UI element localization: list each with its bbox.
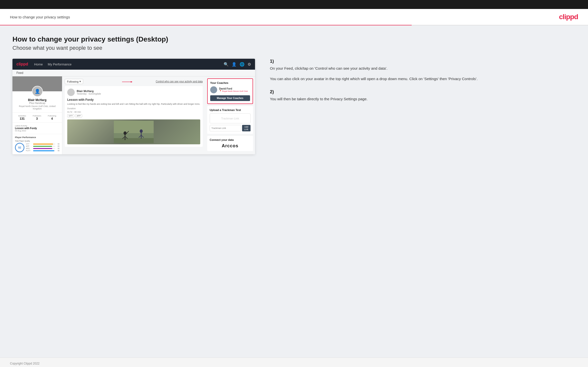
quality-circle: 92	[15, 143, 24, 152]
bar-arg-label: ARG	[26, 148, 32, 149]
stat-following-value: 4	[48, 117, 56, 120]
following-label: Following	[67, 80, 78, 83]
stat-activities: Activities 131	[18, 115, 26, 120]
svg-point-3	[124, 131, 127, 135]
app-body: 👤 Blair McHarg Plus Handicap Royal North…	[12, 76, 255, 154]
user-icon[interactable]: 👤	[232, 62, 237, 67]
search-icon[interactable]: 🔍	[224, 62, 229, 67]
post-duration-label: Duration	[67, 107, 200, 110]
app-right-sidebar: Your Coaches David Ford 📍 Royal North De…	[205, 76, 255, 154]
quality-row: 92 OTT 90 APP	[15, 143, 60, 152]
coach-info: David Ford 📍 Royal North Devon Golf Club	[219, 87, 248, 92]
coach-club: 📍 Royal North Devon Golf Club	[219, 90, 248, 92]
coaches-card: Your Coaches David Ford 📍 Royal North De…	[207, 78, 253, 104]
post-badges: OTT APP	[67, 114, 200, 117]
bar-arg: ARG 86	[26, 148, 60, 149]
app-sidebar: 👤 Blair McHarg Plus Handicap Royal North…	[12, 76, 62, 154]
total-quality-label: Total Player Quality	[15, 140, 60, 142]
app-screenshot-wrapper: clippd Home My Performance 🔍 👤 🌐 ⚙ Feed	[12, 59, 255, 154]
badge-ott: OTT	[67, 114, 74, 117]
profile-avatar: 👤	[32, 86, 43, 97]
following-button[interactable]: Following ▾	[65, 79, 83, 84]
privacy-link[interactable]: Control who can see your activity and da…	[156, 80, 202, 83]
bar-putt-label: PUTT	[26, 150, 32, 152]
instruction-1-extra: You can also click on your avatar in the…	[270, 76, 576, 82]
app-feed: Following ▾ Control who can see your act…	[62, 76, 205, 154]
bar-app: APP 85	[26, 145, 60, 147]
feed-post: Blair McHarg Yesterday · Sunningdale Les…	[65, 86, 203, 147]
trackman-link-box: Trackman Link	[210, 113, 251, 123]
footer: Copyright Clippd 2022	[0, 358, 588, 367]
quality-bars: OTT 90 APP 85	[26, 143, 60, 152]
app-nav-performance[interactable]: My Performance	[48, 62, 71, 66]
trackman-input-row: Add Link	[210, 125, 251, 131]
latest-activity-label: Latest Activity	[15, 125, 60, 127]
coach-name: David Ford	[219, 87, 248, 90]
app-navbar: clippd Home My Performance 🔍 👤 🌐 ⚙	[12, 59, 255, 70]
post-author: Blair McHarg	[77, 90, 101, 93]
app-nav-icons: 🔍 👤 🌐 ⚙	[224, 62, 251, 67]
instruction-step1: 1) On your Feed, click/tap on 'Control w…	[270, 59, 576, 82]
post-meta: Yesterday · Sunningdale	[77, 93, 101, 95]
app-nav-home[interactable]: Home	[34, 62, 43, 66]
coach-item: David Ford 📍 Royal North Devon Golf Club	[210, 86, 250, 93]
stat-following: Following 4	[48, 115, 56, 120]
page-subheading: Choose what you want people to see	[12, 45, 576, 51]
instruction-2-number: 2)	[270, 89, 576, 95]
header-title: How to change your privacy settings	[10, 15, 70, 19]
chevron-down-icon: ▾	[79, 80, 81, 83]
stat-activities-value: 131	[18, 117, 26, 120]
profile-banner: 👤	[12, 76, 62, 91]
profile-handicap: Plus Handicap	[15, 102, 60, 105]
badge-app: APP	[75, 114, 82, 117]
header: How to change your privacy settings clip…	[0, 9, 588, 25]
trackman-placeholder: Trackman Link	[221, 117, 239, 120]
globe-icon[interactable]: 🌐	[240, 62, 245, 67]
post-duration-value: 01 hr : 30 min	[67, 111, 200, 113]
bar-app-label: APP	[26, 145, 32, 147]
svg-rect-2	[114, 138, 154, 143]
instruction-1-text: On your Feed, click/tap on 'Control who …	[270, 65, 576, 71]
bar-app-value: 85	[56, 145, 60, 147]
player-perf-title: Player Performance	[15, 136, 60, 139]
add-link-button[interactable]: Add Link	[242, 125, 251, 131]
stat-followers-label: Followers	[33, 115, 41, 117]
top-bar	[0, 0, 588, 9]
latest-activity-name: Lesson with Fordy	[15, 127, 60, 130]
location-icon: 📍	[219, 90, 222, 92]
trackman-title: Upload a Trackman Test	[210, 108, 251, 111]
avatar-icon[interactable]: ⚙	[248, 62, 251, 67]
stat-followers: Followers 3	[33, 115, 41, 120]
app-screenshot: clippd Home My Performance 🔍 👤 🌐 ⚙ Feed	[12, 59, 255, 154]
latest-activity: Latest Activity Lesson with Fordy 03 Aug…	[12, 123, 62, 134]
coach-avatar	[210, 86, 217, 93]
instruction-step2: 2) You will then be taken directly to th…	[270, 89, 576, 102]
golfer-image	[114, 121, 154, 143]
page-heading: How to change your privacy settings (Des…	[12, 35, 576, 43]
bar-ott-value: 90	[56, 143, 60, 145]
instruction-2-text: You will then be taken directly to the P…	[270, 96, 576, 102]
connect-data-title: Connect your data	[210, 138, 251, 141]
profile-stats: Activities 131 Followers 3 Following 4	[12, 112, 62, 123]
svg-point-8	[140, 129, 143, 133]
profile-club: Royal North Devon Golf Club, United King…	[15, 105, 60, 110]
main-content: How to change your privacy settings (Des…	[0, 25, 588, 358]
latest-activity-date: 03 Aug 2022	[15, 130, 60, 132]
bar-arg-value: 86	[56, 148, 60, 149]
app-feed-tab[interactable]: Feed	[12, 70, 255, 76]
bar-ott-label: OTT	[26, 143, 32, 145]
trackman-input[interactable]	[210, 125, 241, 131]
feed-header: Following ▾ Control who can see your act…	[65, 79, 203, 84]
post-author-info: Blair McHarg Yesterday · Sunningdale	[77, 90, 101, 95]
clippd-logo: clippd	[559, 13, 578, 21]
instructions: 1) On your Feed, click/tap on 'Control w…	[265, 59, 576, 109]
post-image	[67, 119, 200, 144]
trackman-card: Upload a Trackman Test Trackman Link Add…	[207, 106, 253, 134]
profile-name: Blair McHarg	[15, 98, 60, 102]
manage-coaches-button[interactable]: Manage Your Coaches	[210, 95, 250, 101]
post-avatar	[67, 89, 75, 96]
feed-tab-label: Feed	[16, 71, 23, 75]
player-performance: Player Performance Total Player Quality …	[12, 134, 62, 154]
connect-data-card: Connect your data Arccos	[207, 136, 253, 151]
post-header: Blair McHarg Yesterday · Sunningdale	[67, 89, 200, 96]
